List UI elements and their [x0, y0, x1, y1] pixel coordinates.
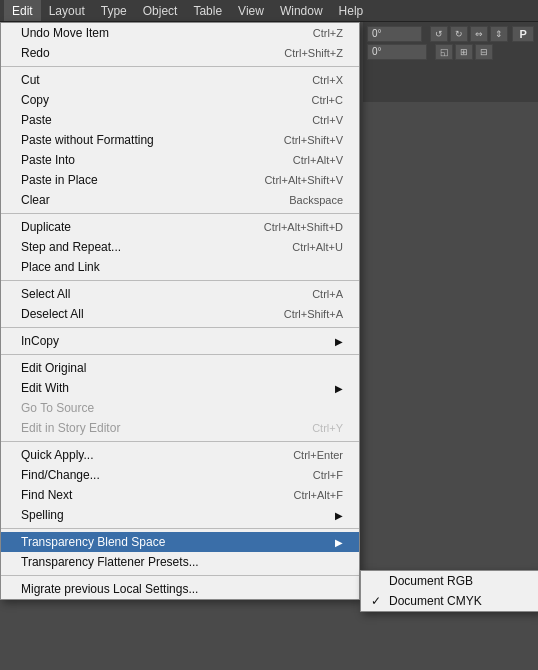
menu-item-find-next[interactable]: Find Next Ctrl+Alt+F — [1, 485, 359, 505]
menu-bar: Edit Layout Type Object Table View Windo… — [0, 0, 538, 22]
menu-object[interactable]: Object — [135, 0, 186, 21]
menu-item-paste-into[interactable]: Paste Into Ctrl+Alt+V — [1, 150, 359, 170]
menu-item-spelling[interactable]: Spelling ▶ — [1, 505, 359, 525]
menu-item-quick-apply[interactable]: Quick Apply... Ctrl+Enter — [1, 445, 359, 465]
menu-item-deselect-all[interactable]: Deselect All Ctrl+Shift+A — [1, 304, 359, 324]
flip-h-icon[interactable]: ⇔ — [470, 26, 488, 42]
sep-5 — [1, 354, 359, 355]
menu-item-incopy[interactable]: InCopy ▶ — [1, 331, 359, 351]
transparency-arrow-icon: ▶ — [335, 537, 343, 548]
edit-with-arrow-icon: ▶ — [335, 383, 343, 394]
menu-item-paste-without-formatting[interactable]: Paste without Formatting Ctrl+Shift+V — [1, 130, 359, 150]
sep-6 — [1, 441, 359, 442]
menu-item-duplicate[interactable]: Duplicate Ctrl+Alt+Shift+D — [1, 217, 359, 237]
spelling-arrow-icon: ▶ — [335, 510, 343, 521]
rotate-right-icon[interactable]: ↻ — [450, 26, 468, 42]
sep-1 — [1, 66, 359, 67]
menu-item-edit-original[interactable]: Edit Original — [1, 358, 359, 378]
menu-item-paste[interactable]: Paste Ctrl+V — [1, 110, 359, 130]
flip-v-icon[interactable]: ⇕ — [490, 26, 508, 42]
menu-item-place-and-link[interactable]: Place and Link — [1, 257, 359, 277]
distribute-icon[interactable]: ⊟ — [475, 44, 493, 60]
shear-icon[interactable]: ◱ — [435, 44, 453, 60]
transform-icon[interactable]: P — [512, 26, 534, 42]
incopy-arrow-icon: ▶ — [335, 336, 343, 347]
menu-edit[interactable]: Edit — [4, 0, 41, 21]
menu-item-redo[interactable]: Redo Ctrl+Shift+Z — [1, 43, 359, 63]
toolbar-row-1: 0° ↺ ↻ ⇔ ⇕ P — [367, 26, 534, 42]
menu-item-clear[interactable]: Clear Backspace — [1, 190, 359, 210]
angle-input-2[interactable]: 0° — [367, 44, 427, 60]
right-toolbar: 0° ↺ ↻ ⇔ ⇕ P 0° ◱ ⊞ ⊟ — [363, 22, 538, 102]
menu-item-migrate-local-settings[interactable]: Migrate previous Local Settings... — [1, 579, 359, 599]
menu-item-edit-with[interactable]: Edit With ▶ — [1, 378, 359, 398]
sep-4 — [1, 327, 359, 328]
menu-item-transparency-flattener-presets[interactable]: Transparency Flattener Presets... — [1, 552, 359, 572]
rotate-left-icon[interactable]: ↺ — [430, 26, 448, 42]
menu-item-transparency-blend-space[interactable]: Transparency Blend Space ▶ — [1, 532, 359, 552]
menu-item-select-all[interactable]: Select All Ctrl+A — [1, 284, 359, 304]
sep-8 — [1, 575, 359, 576]
menu-window[interactable]: Window — [272, 0, 331, 21]
menu-item-copy[interactable]: Copy Ctrl+C — [1, 90, 359, 110]
sep-7 — [1, 528, 359, 529]
menu-item-go-to-source: Go To Source — [1, 398, 359, 418]
menu-table[interactable]: Table — [185, 0, 230, 21]
submenu-item-document-rgb[interactable]: Document RGB — [361, 571, 538, 591]
menu-item-paste-in-place[interactable]: Paste in Place Ctrl+Alt+Shift+V — [1, 170, 359, 190]
menu-layout[interactable]: Layout — [41, 0, 93, 21]
menu-item-undo[interactable]: Undo Move Item Ctrl+Z — [1, 23, 359, 43]
menu-help[interactable]: Help — [331, 0, 372, 21]
toolbar-row-2: 0° ◱ ⊞ ⊟ — [367, 44, 534, 60]
submenu-item-document-cmyk[interactable]: Document CMYK — [361, 591, 538, 611]
menu-item-edit-in-story-editor: Edit in Story Editor Ctrl+Y — [1, 418, 359, 438]
menu-view[interactable]: View — [230, 0, 272, 21]
menu-type[interactable]: Type — [93, 0, 135, 21]
angle-input-1[interactable]: 0° — [367, 26, 422, 42]
sep-3 — [1, 280, 359, 281]
menu-item-cut[interactable]: Cut Ctrl+X — [1, 70, 359, 90]
sep-2 — [1, 213, 359, 214]
align-icon[interactable]: ⊞ — [455, 44, 473, 60]
menu-item-step-and-repeat[interactable]: Step and Repeat... Ctrl+Alt+U — [1, 237, 359, 257]
edit-menu: Undo Move Item Ctrl+Z Redo Ctrl+Shift+Z … — [0, 22, 360, 600]
menu-item-find-change[interactable]: Find/Change... Ctrl+F — [1, 465, 359, 485]
transparency-submenu: Document RGB Document CMYK — [360, 570, 538, 612]
